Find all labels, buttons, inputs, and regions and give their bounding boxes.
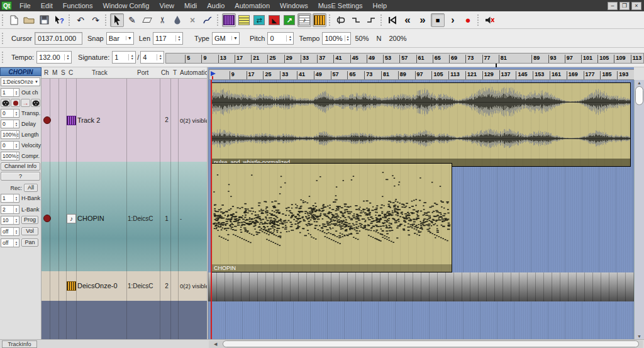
toolbar-grip[interactable]: [105, 14, 108, 26]
tempo-spinbox[interactable]: 132.00▴▾: [36, 51, 72, 64]
restore-icon[interactable]: ❐: [619, 2, 630, 10]
toolbar-grip[interactable]: [380, 14, 383, 26]
menu-edit[interactable]: Edit: [36, 0, 58, 11]
mute-tool-button[interactable]: ×: [186, 13, 199, 27]
spinner-arrows-icon[interactable]: ▴▾: [128, 54, 135, 60]
header-solo[interactable]: S: [61, 69, 65, 76]
redo-button[interactable]: ↷: [89, 13, 103, 27]
vertical-scrollbar[interactable]: ▲ ▼: [634, 80, 644, 339]
toolbar-grip[interactable]: [217, 14, 219, 26]
rewind-button[interactable]: «: [401, 13, 414, 27]
play-button[interactable]: ›: [446, 13, 460, 27]
snap-select[interactable]: Bar▼: [106, 32, 134, 45]
pan-spinbox[interactable]: off▴▾: [1, 239, 19, 247]
scroll-up-icon[interactable]: ▲: [635, 81, 644, 85]
header-track[interactable]: Track: [92, 69, 108, 76]
pan-button[interactable]: Pan: [21, 239, 38, 247]
tempo-scale-spinbox[interactable]: 100%▴▾: [322, 32, 351, 45]
route-arrow-button[interactable]: →: [21, 99, 30, 107]
toolbar-grip[interactable]: [2, 52, 4, 63]
minimize-icon[interactable]: –: [608, 2, 618, 10]
velocity-spinbox[interactable]: 0▴▾: [1, 141, 19, 150]
arranger-canvas[interactable]: pulse_and_whistle-normalized CHOPIN 9172…: [208, 67, 634, 339]
menu-muse-settings[interactable]: MusE Settings: [313, 0, 368, 11]
out-channel-spinbox[interactable]: 1▴▾: [1, 88, 19, 97]
punch-in-button[interactable]: [349, 13, 363, 27]
spinner-arrows-icon[interactable]: ▴▾: [16, 131, 19, 138]
midi-part[interactable]: CHOPIN: [211, 163, 452, 272]
menu-functions[interactable]: Functions: [58, 0, 98, 11]
scroll-left-icon[interactable]: ◀: [214, 342, 217, 347]
delay-spinbox[interactable]: 0▴▾: [1, 120, 19, 128]
toolbar-grip[interactable]: [2, 33, 4, 44]
spinner-arrows-icon[interactable]: ▴▾: [13, 89, 19, 96]
spinner-arrows-icon[interactable]: ▴▾: [13, 216, 19, 224]
pencil-tool-button[interactable]: ✎: [125, 13, 139, 27]
header-port[interactable]: Port: [137, 69, 148, 76]
score-editor-button[interactable]: ♪: [297, 13, 311, 27]
menu-windows[interactable]: Windows: [275, 0, 313, 11]
spinner-arrows-icon[interactable]: ▴▾: [13, 206, 19, 213]
cutter-tool-button[interactable]: ✂: [155, 13, 169, 27]
menu-midi[interactable]: Midi: [179, 0, 202, 11]
header-automation[interactable]: Automation: [180, 69, 208, 76]
spinner-arrows-icon[interactable]: ▴▾: [13, 228, 19, 235]
compression-spinbox[interactable]: 100%▴▾: [1, 152, 19, 160]
spinner-arrows-icon[interactable]: ▴▾: [13, 142, 19, 149]
pitch-spinbox[interactable]: 0▴▾: [267, 32, 294, 45]
hbank-spinbox[interactable]: 1▴▾: [1, 194, 19, 203]
cursor-position-field[interactable]: 0137.01.000: [35, 32, 82, 45]
spinner-arrows-icon[interactable]: ▴▾: [175, 35, 182, 42]
midi-output-route-button[interactable]: [31, 99, 40, 107]
toolbar-grip[interactable]: [477, 14, 480, 26]
exchange-button[interactable]: ⇄: [252, 13, 266, 27]
type-select[interactable]: GM▼: [212, 32, 240, 45]
close-icon[interactable]: ×: [631, 2, 641, 10]
record-flag-button[interactable]: [11, 99, 20, 107]
len-spinbox[interactable]: 117▴▾: [153, 32, 183, 45]
rewind-start-button[interactable]: [386, 13, 399, 27]
save-button[interactable]: [37, 13, 51, 27]
panic-button[interactable]: [482, 13, 496, 27]
track-port[interactable]: 1:DeicsC: [128, 215, 159, 222]
toolbar-grip[interactable]: [69, 14, 71, 26]
spinner-arrows-icon[interactable]: ▴▾: [345, 35, 351, 42]
trackinfo-toggle-button[interactable]: TrackInfo: [2, 340, 37, 348]
menu-file[interactable]: File: [14, 0, 36, 11]
spinner-arrows-icon[interactable]: ▴▾: [13, 194, 19, 202]
signature-numerator-spinbox[interactable]: 1▴▾: [112, 51, 136, 64]
whatsthis-button[interactable]: ?: [52, 13, 66, 27]
program-button[interactable]: Prog: [21, 216, 38, 224]
track-automation[interactable]: -: [180, 215, 208, 222]
program-spinbox[interactable]: 10▴▾: [1, 216, 19, 225]
rec-all-button[interactable]: All: [24, 184, 38, 192]
volume-spinbox[interactable]: off▴▾: [1, 227, 19, 236]
header-channel[interactable]: Ch: [161, 69, 169, 76]
loop-button[interactable]: [334, 13, 348, 27]
channel-info-button[interactable]: Channel Info: [1, 162, 40, 171]
output-port-select[interactable]: 1:DeicsOnze- ▼: [1, 77, 40, 86]
toolbar-grip[interactable]: [329, 14, 331, 26]
header-class[interactable]: C: [69, 69, 73, 76]
cliplist-button[interactable]: ↗: [282, 13, 296, 27]
punch-out-button[interactable]: [364, 13, 378, 27]
track-port[interactable]: 1:DeicsC: [128, 283, 159, 289]
horizontal-scrollbar-thumb[interactable]: [223, 340, 639, 347]
scroll-down-icon[interactable]: ▼: [635, 334, 644, 339]
lbank-spinbox[interactable]: 2▴▾: [1, 205, 19, 214]
mixer-button[interactable]: ◣: [267, 13, 281, 27]
track-info-tab[interactable]: CHOPIN: [0, 67, 42, 76]
pointer-tool-button[interactable]: [110, 13, 124, 27]
forward-button[interactable]: »: [416, 13, 430, 27]
tempo-ruler[interactable]: 5913172125293337414549535761656973778189…: [165, 53, 644, 64]
midi-input-route-button[interactable]: [1, 99, 10, 107]
header-mute[interactable]: M: [52, 69, 57, 76]
spinner-arrows-icon[interactable]: ▴▾: [13, 109, 19, 117]
transpose-spinbox[interactable]: 0▴▾: [1, 109, 19, 118]
glue-tool-button[interactable]: [170, 13, 184, 27]
header-timelock[interactable]: T: [173, 69, 177, 76]
tempo-normal-button[interactable]: N: [376, 35, 381, 42]
vertical-scrollbar-thumb[interactable]: [635, 86, 643, 105]
signature-denominator-spinbox[interactable]: 4▴▾: [140, 51, 164, 64]
left-marker-flag-icon[interactable]: [211, 71, 216, 76]
